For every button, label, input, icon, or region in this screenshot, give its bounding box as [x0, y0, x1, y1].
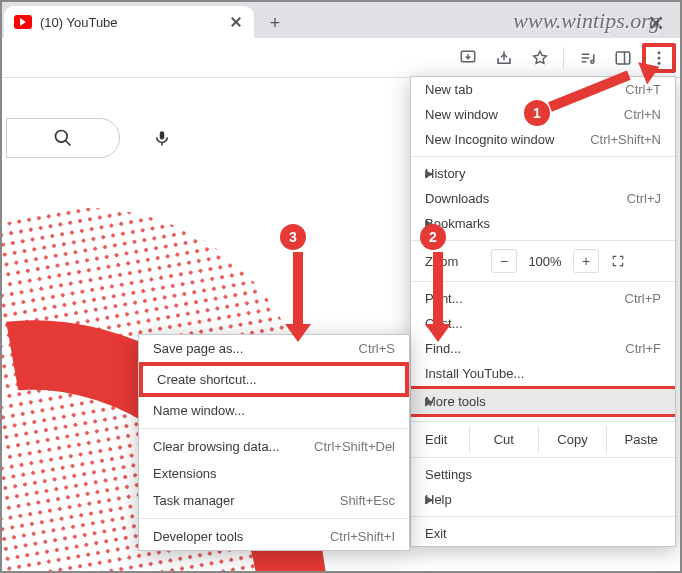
- menu-separator: [411, 281, 675, 282]
- submenu-developer-tools[interactable]: Developer toolsCtrl+Shift+I: [139, 523, 409, 550]
- menu-label: New window: [425, 107, 498, 122]
- menu-label: Create shortcut...: [157, 372, 257, 387]
- menu-shortcut: Ctrl+Shift+Del: [314, 439, 395, 454]
- menu-label: More tools: [425, 394, 486, 409]
- svg-rect-9: [160, 131, 165, 139]
- menu-label: Task manager: [153, 493, 235, 508]
- menu-shortcut: Shift+Esc: [340, 493, 395, 508]
- submenu-extensions[interactable]: Extensions: [139, 460, 409, 487]
- menu-settings[interactable]: Settings: [411, 462, 675, 487]
- annotation-badge-1: 1: [524, 100, 550, 126]
- svg-point-7: [56, 131, 68, 143]
- menu-zoom: Zoom − 100% +: [411, 245, 675, 277]
- chevron-right-icon: ▶: [425, 167, 433, 180]
- menu-label: Name window...: [153, 403, 245, 418]
- submenu-clear-browsing[interactable]: Clear browsing data...Ctrl+Shift+Del: [139, 433, 409, 460]
- svg-line-8: [66, 141, 71, 146]
- fullscreen-button[interactable]: [605, 249, 631, 273]
- edit-cut-button[interactable]: Cut: [469, 426, 538, 453]
- browser-tab[interactable]: (10) YouTube: [4, 6, 254, 38]
- search-button[interactable]: [6, 118, 120, 158]
- chevron-right-icon: ▶: [425, 395, 433, 408]
- menu-edit-row: Edit Cut Copy Paste: [411, 426, 675, 453]
- menu-shortcut: Ctrl+P: [625, 291, 661, 306]
- menu-label: Save page as...: [153, 341, 243, 356]
- zoom-in-button[interactable]: +: [573, 249, 599, 273]
- menu-bookmarks[interactable]: Bookmarks▶: [411, 211, 675, 236]
- edit-copy-button[interactable]: Copy: [538, 426, 607, 453]
- menu-shortcut: Ctrl+Shift+N: [590, 132, 661, 147]
- menu-label: Exit: [425, 526, 447, 541]
- submenu-task-manager[interactable]: Task managerShift+Esc: [139, 487, 409, 514]
- star-icon: [531, 49, 549, 67]
- zoom-level: 100%: [523, 254, 567, 269]
- menu-separator: [139, 518, 409, 519]
- menu-shortcut: Ctrl+Shift+I: [330, 529, 395, 544]
- menu-label: New tab: [425, 82, 473, 97]
- youtube-favicon: [14, 15, 32, 29]
- menu-label: New Incognito window: [425, 132, 554, 147]
- new-tab-button[interactable]: +: [260, 8, 290, 38]
- menu-separator: [411, 516, 675, 517]
- menu-label: Downloads: [425, 191, 489, 206]
- chrome-main-menu: New tabCtrl+T New windowCtrl+N New Incog…: [410, 76, 676, 547]
- menu-label: Find...: [425, 341, 461, 356]
- menu-label: Clear browsing data...: [153, 439, 279, 454]
- menu-history[interactable]: History▶: [411, 161, 675, 186]
- close-icon: [230, 16, 242, 28]
- more-tools-submenu: Save page as...Ctrl+S Create shortcut...…: [138, 334, 410, 551]
- close-icon: [648, 15, 664, 31]
- menu-separator: [411, 156, 675, 157]
- svg-point-5: [658, 56, 661, 59]
- annotation-badge-3: 3: [280, 224, 306, 250]
- annotation-arrow-3: [288, 252, 308, 342]
- menu-label: Settings: [425, 467, 472, 482]
- menu-incognito[interactable]: New Incognito windowCtrl+Shift+N: [411, 127, 675, 152]
- share-button[interactable]: [487, 43, 521, 73]
- menu-exit[interactable]: Exit: [411, 521, 675, 546]
- zoom-out-button[interactable]: −: [491, 249, 517, 273]
- microphone-icon: [153, 129, 171, 147]
- install-icon: [459, 49, 477, 67]
- menu-label: Install YouTube...: [425, 366, 524, 381]
- chevron-right-icon: ▶: [425, 493, 433, 506]
- tab-title: (10) YouTube: [40, 15, 220, 30]
- menu-separator: [411, 457, 675, 458]
- menu-print[interactable]: Print...Ctrl+P: [411, 286, 675, 311]
- search-icon: [53, 128, 73, 148]
- svg-point-4: [658, 51, 661, 54]
- submenu-save-page[interactable]: Save page as...Ctrl+S: [139, 335, 409, 362]
- menu-shortcut: Ctrl+S: [359, 341, 395, 356]
- submenu-name-window[interactable]: Name window...: [139, 397, 409, 424]
- menu-install-youtube[interactable]: Install YouTube...: [411, 361, 675, 386]
- menu-shortcut: Ctrl+F: [625, 341, 661, 356]
- menu-separator: [411, 240, 675, 241]
- menu-shortcut: Ctrl+J: [627, 191, 661, 206]
- menu-separator: [411, 421, 675, 422]
- menu-downloads[interactable]: DownloadsCtrl+J: [411, 186, 675, 211]
- menu-label: Developer tools: [153, 529, 243, 544]
- fullscreen-icon: [611, 254, 625, 268]
- submenu-create-shortcut[interactable]: Create shortcut...: [139, 362, 409, 397]
- menu-more-tools[interactable]: More tools▶: [411, 386, 675, 417]
- annotation-badge-2: 2: [420, 224, 446, 250]
- menu-label: Extensions: [153, 466, 217, 481]
- menu-label: Edit: [411, 426, 469, 453]
- install-app-button[interactable]: [451, 43, 485, 73]
- share-icon: [495, 49, 513, 67]
- menu-help[interactable]: Help▶: [411, 487, 675, 512]
- tab-strip: (10) YouTube +: [2, 2, 680, 38]
- menu-separator: [139, 428, 409, 429]
- edit-paste-button[interactable]: Paste: [606, 426, 675, 453]
- window-close-button[interactable]: [634, 8, 678, 38]
- annotation-arrow-2: [428, 252, 448, 342]
- annotation-arrow-1: [550, 62, 660, 112]
- tab-close-button[interactable]: [228, 14, 244, 30]
- voice-search-button[interactable]: [142, 118, 182, 158]
